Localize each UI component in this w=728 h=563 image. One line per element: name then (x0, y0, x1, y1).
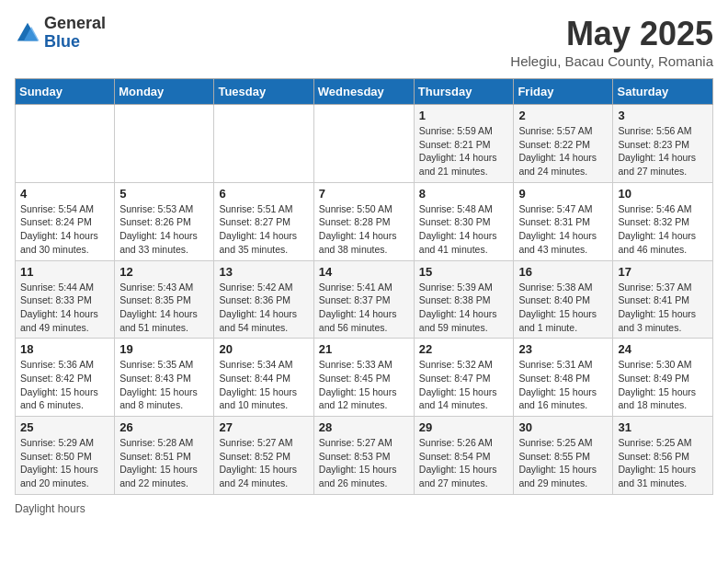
day-number: 22 (419, 342, 509, 356)
day-number: 20 (219, 342, 308, 356)
day-info: Sunrise: 5:50 AMSunset: 8:28 PMDaylight:… (319, 202, 409, 257)
day-info: Sunrise: 5:39 AMSunset: 8:38 PMDaylight:… (419, 281, 509, 335)
calendar-cell: 30Sunrise: 5:25 AMSunset: 8:55 PMDayligh… (514, 417, 613, 495)
calendar-cell: 13Sunrise: 5:42 AMSunset: 8:36 PMDayligh… (214, 260, 313, 339)
day-number: 8 (419, 187, 509, 201)
header-day-friday: Friday (514, 79, 613, 105)
calendar-cell: 2Sunrise: 5:57 AMSunset: 8:22 PMDaylight… (514, 105, 613, 183)
subtitle: Helegiu, Bacau County, Romania (510, 53, 713, 69)
day-number: 5 (119, 187, 209, 201)
logo: General Blue (15, 15, 106, 52)
day-number: 14 (319, 265, 409, 279)
day-number: 2 (518, 109, 608, 122)
title-section: May 2025 Helegiu, Bacau County, Romania (510, 15, 713, 69)
calendar-cell (313, 105, 414, 183)
day-info: Sunrise: 5:27 AMSunset: 8:52 PMDaylight:… (219, 436, 308, 490)
header-day-tuesday: Tuesday (214, 79, 313, 105)
day-number: 13 (219, 265, 308, 279)
calendar-cell: 14Sunrise: 5:41 AMSunset: 8:37 PMDayligh… (313, 260, 414, 339)
calendar-cell: 22Sunrise: 5:32 AMSunset: 8:47 PMDayligh… (414, 339, 514, 417)
day-number: 4 (20, 187, 109, 201)
calendar-cell: 18Sunrise: 5:36 AMSunset: 8:42 PMDayligh… (16, 339, 115, 417)
calendar-cell: 25Sunrise: 5:29 AMSunset: 8:50 PMDayligh… (16, 417, 115, 495)
day-info: Sunrise: 5:44 AMSunset: 8:33 PMDaylight:… (20, 281, 109, 335)
day-number: 7 (319, 187, 409, 201)
calendar-body: 1Sunrise: 5:59 AMSunset: 8:21 PMDaylight… (16, 105, 713, 495)
day-number: 15 (419, 265, 509, 279)
day-info: Sunrise: 5:35 AMSunset: 8:43 PMDaylight:… (119, 358, 209, 412)
day-info: Sunrise: 5:42 AMSunset: 8:36 PMDaylight:… (219, 281, 308, 335)
calendar-cell: 31Sunrise: 5:25 AMSunset: 8:56 PMDayligh… (613, 417, 713, 495)
day-number: 12 (119, 265, 209, 279)
footer-text: Daylight hours (15, 502, 713, 515)
header-day-wednesday: Wednesday (313, 79, 414, 105)
week-row-1: 4Sunrise: 5:54 AMSunset: 8:24 PMDaylight… (16, 182, 713, 260)
day-number: 29 (419, 420, 509, 434)
day-info: Sunrise: 5:25 AMSunset: 8:56 PMDaylight:… (618, 436, 708, 490)
calendar-table: SundayMondayTuesdayWednesdayThursdayFrid… (15, 78, 713, 495)
page-header: General Blue May 2025 Helegiu, Bacau Cou… (15, 15, 713, 69)
day-info: Sunrise: 5:30 AMSunset: 8:49 PMDaylight:… (618, 358, 708, 412)
day-info: Sunrise: 5:54 AMSunset: 8:24 PMDaylight:… (20, 202, 109, 257)
day-info: Sunrise: 5:32 AMSunset: 8:47 PMDaylight:… (419, 358, 509, 412)
day-number: 17 (618, 265, 708, 279)
week-row-0: 1Sunrise: 5:59 AMSunset: 8:21 PMDaylight… (16, 105, 713, 183)
week-row-2: 11Sunrise: 5:44 AMSunset: 8:33 PMDayligh… (16, 260, 713, 339)
day-number: 3 (618, 109, 708, 122)
calendar-cell: 11Sunrise: 5:44 AMSunset: 8:33 PMDayligh… (16, 260, 115, 339)
calendar-cell: 4Sunrise: 5:54 AMSunset: 8:24 PMDaylight… (16, 182, 115, 260)
header-day-monday: Monday (115, 79, 214, 105)
day-info: Sunrise: 5:56 AMSunset: 8:23 PMDaylight:… (618, 124, 708, 178)
calendar-cell: 9Sunrise: 5:47 AMSunset: 8:31 PMDaylight… (514, 182, 613, 260)
calendar-cell: 23Sunrise: 5:31 AMSunset: 8:48 PMDayligh… (514, 339, 613, 417)
day-number: 9 (518, 187, 608, 201)
day-number: 24 (618, 342, 708, 356)
day-info: Sunrise: 5:41 AMSunset: 8:37 PMDaylight:… (319, 281, 409, 335)
day-info: Sunrise: 5:25 AMSunset: 8:55 PMDaylight:… (518, 436, 608, 490)
day-number: 18 (20, 342, 109, 356)
header-row: SundayMondayTuesdayWednesdayThursdayFrid… (16, 79, 713, 105)
day-info: Sunrise: 5:38 AMSunset: 8:40 PMDaylight:… (518, 281, 608, 335)
day-number: 31 (618, 420, 708, 434)
day-number: 26 (119, 420, 209, 434)
calendar-cell: 3Sunrise: 5:56 AMSunset: 8:23 PMDaylight… (613, 105, 713, 183)
calendar-cell: 27Sunrise: 5:27 AMSunset: 8:52 PMDayligh… (214, 417, 313, 495)
logo-icon (15, 20, 40, 46)
day-number: 19 (119, 342, 209, 356)
header-day-thursday: Thursday (414, 79, 514, 105)
calendar-cell: 24Sunrise: 5:30 AMSunset: 8:49 PMDayligh… (613, 339, 713, 417)
calendar-cell: 5Sunrise: 5:53 AMSunset: 8:26 PMDaylight… (115, 182, 214, 260)
main-title: May 2025 (510, 15, 713, 53)
calendar-cell: 26Sunrise: 5:28 AMSunset: 8:51 PMDayligh… (115, 417, 214, 495)
calendar-cell: 19Sunrise: 5:35 AMSunset: 8:43 PMDayligh… (115, 339, 214, 417)
week-row-4: 25Sunrise: 5:29 AMSunset: 8:50 PMDayligh… (16, 417, 713, 495)
calendar-cell: 12Sunrise: 5:43 AMSunset: 8:35 PMDayligh… (115, 260, 214, 339)
day-number: 10 (618, 187, 708, 201)
calendar-cell: 1Sunrise: 5:59 AMSunset: 8:21 PMDaylight… (414, 105, 514, 183)
calendar-header: SundayMondayTuesdayWednesdayThursdayFrid… (16, 79, 713, 105)
day-info: Sunrise: 5:48 AMSunset: 8:30 PMDaylight:… (419, 202, 509, 257)
day-info: Sunrise: 5:34 AMSunset: 8:44 PMDaylight:… (219, 358, 308, 412)
calendar-cell: 21Sunrise: 5:33 AMSunset: 8:45 PMDayligh… (313, 339, 414, 417)
logo-blue-text: Blue (44, 33, 106, 52)
day-info: Sunrise: 5:51 AMSunset: 8:27 PMDaylight:… (219, 202, 308, 257)
header-day-sunday: Sunday (16, 79, 115, 105)
day-info: Sunrise: 5:47 AMSunset: 8:31 PMDaylight:… (518, 202, 608, 257)
day-info: Sunrise: 5:46 AMSunset: 8:32 PMDaylight:… (618, 202, 708, 257)
day-info: Sunrise: 5:53 AMSunset: 8:26 PMDaylight:… (119, 202, 209, 257)
day-number: 11 (20, 265, 109, 279)
logo-general-text: General (44, 15, 106, 33)
day-number: 27 (219, 420, 308, 434)
calendar-cell (214, 105, 313, 183)
calendar-cell: 8Sunrise: 5:48 AMSunset: 8:30 PMDaylight… (414, 182, 514, 260)
day-number: 1 (419, 109, 509, 122)
day-info: Sunrise: 5:26 AMSunset: 8:54 PMDaylight:… (419, 436, 509, 490)
day-number: 21 (319, 342, 409, 356)
day-number: 28 (319, 420, 409, 434)
calendar-cell: 10Sunrise: 5:46 AMSunset: 8:32 PMDayligh… (613, 182, 713, 260)
day-info: Sunrise: 5:43 AMSunset: 8:35 PMDaylight:… (119, 281, 209, 335)
week-row-3: 18Sunrise: 5:36 AMSunset: 8:42 PMDayligh… (16, 339, 713, 417)
calendar-cell (115, 105, 214, 183)
calendar-cell: 28Sunrise: 5:27 AMSunset: 8:53 PMDayligh… (313, 417, 414, 495)
day-number: 23 (518, 342, 608, 356)
